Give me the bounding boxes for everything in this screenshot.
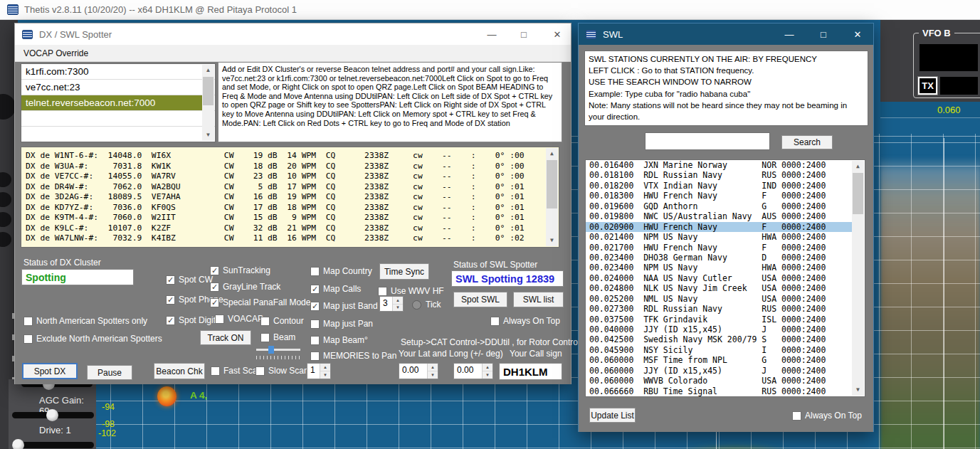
swl-station-row[interactable]: 00.016400 JXN Marine Norway NOR 0000:240…: [586, 160, 853, 170]
fast-scan-checkbox[interactable]: Fast Scan: [211, 366, 262, 376]
console-knob[interactable]: [0, 232, 11, 247]
beam-checkbox[interactable]: Beam: [260, 332, 295, 342]
swl-station-row[interactable]: 00.025200 NML US Navy USA 0000:2400: [586, 294, 853, 304]
maximize-icon[interactable]: □: [811, 23, 836, 45]
scrollbar-thumb[interactable]: [547, 160, 557, 208]
panadapter-frequency-band[interactable]: 0.060: [880, 102, 980, 118]
scroll-up-icon[interactable]: ▲: [852, 161, 864, 172]
dx-spots-scrollbar[interactable]: ▲ ▼: [546, 148, 558, 246]
drive-slider-thumb[interactable]: [12, 439, 24, 449]
spinner-arrows[interactable]: ▲▼: [482, 364, 492, 379]
grayline-track-checkbox[interactable]: GrayLine Track: [210, 282, 280, 292]
swl-station-row[interactable]: 00.066660 RBU Time Signal RUS 0000:2400: [586, 386, 853, 396]
dx-spot-row[interactable]: DX de K9TM-4-#: 7060.0 W2IIT CW 15 dB 9 …: [21, 213, 559, 223]
dx-spot-row[interactable]: DX de K9LC-#: 10107.0 K2ZF CW 32 dB 21 W…: [21, 223, 559, 234]
main-window-titlebar[interactable]: Thetis v2.8.11 (10/20/20) -- x64 DH1KLM …: [0, 0, 980, 20]
dx-spot-row[interactable]: DX de W3UA-#: 7031.8 KW1K CW 18 dB 20 WP…: [21, 162, 559, 172]
dx-spots-list[interactable]: ▲ ▼ DX de W1NT-6-#: 14048.0 WI6X CW 19 d…: [21, 147, 559, 248]
close-icon[interactable]: ✕: [845, 23, 870, 45]
swl-station-row[interactable]: 00.037500 TFK Grindavik ISL 0000:2400: [586, 315, 853, 324]
search-input[interactable]: [645, 132, 770, 150]
swl-station-row[interactable]: 00.023400 NPM US Navy HWA 0000:2400: [586, 263, 853, 273]
map-just-pan-checkbox[interactable]: Map just Pan: [310, 319, 373, 329]
swl-station-row[interactable]: 00.021400 NPM US Navy HWA 0000:2400: [586, 232, 853, 242]
vfo-b-frequency-display[interactable]: [920, 44, 978, 71]
spot-cw-checkbox[interactable]: Spot CW: [166, 275, 213, 285]
spinner-arrows[interactable]: ▲▼: [392, 297, 403, 311]
exclude-na-spotters-checkbox[interactable]: Exclude North American Spotters: [23, 334, 162, 344]
dx-always-on-top-checkbox[interactable]: Always On Top: [490, 316, 560, 326]
console-knob[interactable]: [0, 192, 11, 207]
map-just-band-checkbox[interactable]: Map just Band: [310, 301, 378, 311]
swl-list-button[interactable]: SWL list: [513, 292, 564, 307]
spinner-arrows[interactable]: ▲▼: [427, 364, 438, 379]
map-country-checkbox[interactable]: Map Country: [310, 266, 372, 276]
tick-radio[interactable]: Tick: [412, 300, 441, 310]
swl-station-row[interactable]: 00.019600 GQD Anthorn G 0000:2400: [586, 201, 853, 211]
swl-station-row[interactable]: 00.018300 HWU French Navy F 0000:2400: [586, 191, 853, 201]
scrollbar-thumb[interactable]: [203, 77, 214, 105]
swl-station-row[interactable]: 00.040000 JJY (ID x15,x45) J 0000:2400: [586, 324, 853, 334]
dx-cluster-status-field[interactable]: Spotting: [21, 269, 134, 285]
telnet-address-item[interactable]: k1rfi.com:7300: [21, 64, 203, 80]
swl-station-row[interactable]: 00.024800 NLK US Navy Jim Creek USA 0000…: [586, 283, 853, 293]
callsign-field[interactable]: DH1KLM: [499, 363, 562, 380]
time-sync-button[interactable]: Time Sync: [379, 263, 429, 280]
vfo-b-sub-display[interactable]: [940, 77, 978, 95]
scan-delay-spinner[interactable]: 1 ▲▼: [307, 363, 331, 379]
dx-spot-row[interactable]: DX de WA7LNW-#: 7032.9 K4IBZ CW 11 dB 16…: [21, 233, 559, 244]
maximize-icon[interactable]: □: [511, 23, 537, 45]
swl-station-row[interactable]: 00.060000 WWVB Colorado USA 0000:2400: [586, 376, 853, 386]
swl-list-scrollbar[interactable]: ▲ ▼: [852, 161, 864, 396]
drive-slider[interactable]: [12, 442, 94, 448]
spot-digital-checkbox[interactable]: Spot Digital: [166, 315, 222, 325]
telnet-address-item[interactable]: telnet.reversebeacon.net:7000: [21, 95, 203, 111]
swl-spotter-status-field[interactable]: SWL Spotting 12839: [451, 270, 564, 287]
spinner-arrows[interactable]: ▲▼: [320, 364, 330, 379]
dx-spot-row[interactable]: DX de KD7YZ-#: 7036.0 KF0QS CW 17 dB 18 …: [21, 203, 559, 213]
agc-gain-slider-thumb[interactable]: [46, 409, 58, 421]
telnet-address-item[interactable]: ve7cc.net:23: [21, 80, 203, 95]
contour-checkbox[interactable]: Contour: [260, 316, 304, 326]
swl-station-row[interactable]: 00.045900 NSY Sicily I 0000:2400: [586, 345, 853, 355]
telnet-list-scrollbar[interactable]: ▲ ▼: [202, 65, 214, 141]
dx-spot-row[interactable]: DX de 3D2AG-#: 18089.5 VE7AHA CW 16 dB 1…: [21, 192, 559, 203]
telnet-address-list[interactable]: ▲ ▼ k1rfi.com:7300ve7cc.net:23telnet.rev…: [21, 63, 216, 142]
latitude-spinner[interactable]: 0.00 ▲▼: [399, 363, 438, 379]
scroll-up-icon[interactable]: ▲: [202, 65, 214, 76]
dx-spot-row[interactable]: DX de DR4W-#: 7062.0 WA2BQU CW 5 dB 17 W…: [21, 182, 559, 193]
console-knob[interactable]: [0, 94, 16, 120]
swl-station-row[interactable]: 00.019800 NWC US/Australian Navy AUS 000…: [586, 211, 853, 221]
beam-width-slider[interactable]: [256, 345, 300, 355]
close-icon[interactable]: ✕: [544, 23, 570, 45]
scroll-down-icon[interactable]: ▼: [202, 130, 214, 141]
swl-station-row[interactable]: 00.023400 DHO38 German Navy D 0000:2400: [586, 253, 853, 263]
scroll-down-icon[interactable]: ▼: [852, 384, 864, 396]
swl-station-row[interactable]: 00.018100 RDL Russian Navy RUS 0000:2400: [586, 170, 853, 180]
beacon-chk-button[interactable]: Beacon Chk: [154, 363, 205, 379]
memories-to-pan-checkbox[interactable]: MEMORIES to Pan: [310, 351, 396, 361]
swl-station-row[interactable]: 00.060000 JJY (ID x15,x45) J 0000:2400: [586, 366, 853, 376]
sun-tracking-marker[interactable]: [157, 386, 176, 406]
swl-station-row[interactable]: 00.018200 VTX Indian Navy IND 0000:2400: [586, 181, 853, 191]
map-calls-checkbox[interactable]: Map Calls: [310, 284, 361, 294]
minimize-icon[interactable]: —: [479, 23, 505, 45]
map-beam-checkbox[interactable]: Map Beam°: [310, 335, 368, 345]
voacap-checkbox[interactable]: VOACAP: [215, 314, 263, 324]
scroll-down-icon[interactable]: ▼: [546, 235, 558, 246]
swl-station-row[interactable]: 00.060000 MSF Time from NPL G 0000:2400: [586, 355, 853, 365]
spot-dx-button[interactable]: Spot DX: [22, 363, 78, 379]
console-knob[interactable]: [0, 172, 11, 187]
wwv-band-spinner[interactable]: 3 ▲▼: [379, 296, 404, 312]
spot-swl-button[interactable]: Spot SWL: [453, 292, 507, 307]
use-wwv-hf-checkbox[interactable]: Use WWV HF: [378, 286, 444, 296]
dx-spot-row[interactable]: DX de W1NT-6-#: 14048.0 WI6X CW 19 dB 14…: [21, 151, 559, 162]
update-list-button[interactable]: Update List: [589, 408, 636, 423]
swl-stations-list[interactable]: ▲ ▼ 00.016400 JXN Marine Norway NOR 0000…: [585, 159, 865, 397]
suntracking-checkbox[interactable]: SunTracking: [210, 265, 270, 275]
dx-spot-row[interactable]: DX de VE7CC-#: 14055.0 WA7RV CW 23 dB 10…: [21, 171, 559, 182]
swl-station-row[interactable]: 00.027300 RDL Russian Navy RUS 0000:2400: [586, 304, 853, 314]
pause-button[interactable]: Pause: [87, 365, 132, 380]
swl-always-on-top-checkbox[interactable]: Always On Top: [792, 411, 862, 421]
longitude-spinner[interactable]: 0.00 ▲▼: [453, 363, 493, 379]
